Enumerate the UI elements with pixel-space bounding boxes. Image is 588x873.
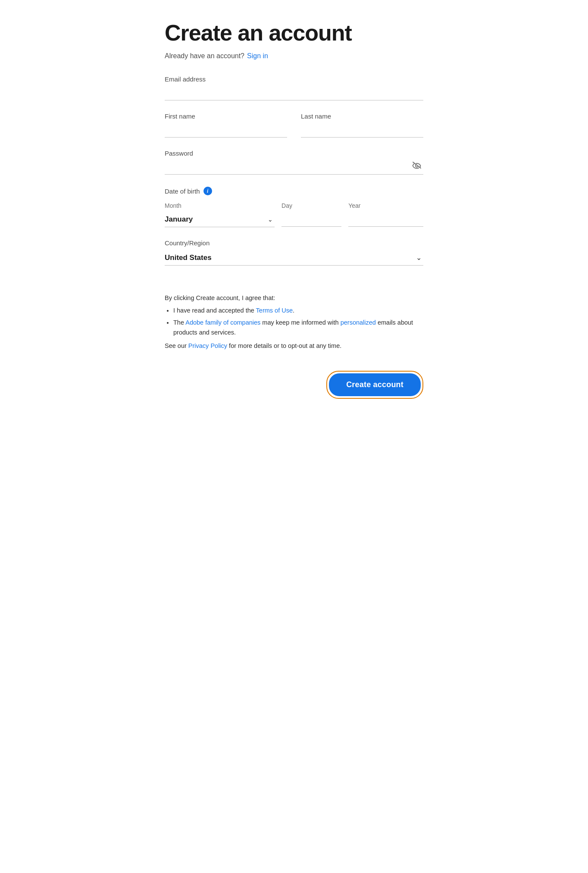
day-input[interactable] — [281, 212, 341, 227]
legal-bullet-1: I have read and accepted the Terms of Us… — [173, 306, 423, 316]
month-label: Month — [165, 202, 275, 209]
dob-info-icon[interactable]: i — [203, 187, 212, 195]
email-field-group: Email address — [165, 75, 423, 100]
legal-bullet1-prefix: I have read and accepted the — [173, 307, 256, 314]
lastname-label: Last name — [301, 113, 423, 120]
legal-bullet2-prefix: The — [173, 319, 185, 326]
toggle-password-icon[interactable] — [412, 161, 422, 170]
country-label: Country/Region — [165, 239, 423, 247]
password-label: Password — [165, 150, 423, 157]
firstname-label: First name — [165, 113, 287, 120]
dob-label-row: Date of birth i — [165, 187, 423, 195]
country-select-wrapper: United States United Kingdom Canada Aust… — [165, 250, 423, 266]
privacy-suffix: for more details or to opt-out at any ti… — [227, 342, 341, 349]
privacy-policy-link[interactable]: Privacy Policy — [188, 342, 227, 349]
dob-row: Month January February March April May J… — [165, 202, 423, 227]
personalized-link[interactable]: personalized — [341, 319, 376, 326]
firstname-field-group: First name — [165, 113, 287, 138]
year-input[interactable] — [348, 212, 423, 227]
password-field-group: Password — [165, 150, 423, 175]
lastname-field-group: Last name — [301, 113, 423, 138]
day-field-group: Day — [281, 202, 341, 227]
legal-bullet-2: The Adobe family of companies may keep m… — [173, 318, 423, 338]
dob-label: Date of birth — [165, 188, 200, 195]
signin-row: Already have an account? Sign in — [165, 52, 423, 60]
year-field-group: Year — [348, 202, 423, 227]
button-row: Create account — [165, 371, 423, 399]
registration-form: Email address First name Last name Passw… — [165, 75, 423, 399]
legal-bullet1-suffix: . — [293, 307, 294, 314]
name-row: First name Last name — [165, 113, 423, 138]
password-wrapper — [165, 160, 423, 175]
signin-prompt-text: Already have an account? — [165, 52, 244, 60]
legal-intro: By clicking Create account, I agree that… — [165, 293, 423, 303]
legal-bullet2-middle: may keep me informed with — [260, 319, 340, 326]
lastname-input[interactable] — [301, 122, 423, 138]
password-input[interactable] — [165, 160, 423, 175]
legal-section: By clicking Create account, I agree that… — [165, 293, 423, 354]
firstname-input[interactable] — [165, 122, 287, 138]
create-account-button[interactable]: Create account — [329, 373, 421, 396]
page-title: Create an account — [165, 21, 423, 45]
month-select-wrapper: January February March April May June Ju… — [165, 212, 275, 227]
country-select[interactable]: United States United Kingdom Canada Aust… — [165, 250, 423, 265]
email-input[interactable] — [165, 85, 423, 100]
create-account-btn-wrapper: Create account — [326, 371, 423, 399]
signin-link[interactable]: Sign in — [247, 52, 268, 60]
country-field-group: Country/Region United States United King… — [165, 239, 423, 281]
month-select[interactable]: January February March April May June Ju… — [165, 212, 275, 227]
terms-of-use-link[interactable]: Terms of Use — [256, 307, 293, 314]
page-container: Create an account Already have an accoun… — [147, 0, 441, 425]
year-label: Year — [348, 202, 423, 209]
month-field-group: Month January February March April May J… — [165, 202, 275, 227]
day-label: Day — [281, 202, 341, 209]
privacy-text: See our Privacy Policy for more details … — [165, 341, 423, 351]
adobe-family-link[interactable]: Adobe family of companies — [185, 319, 260, 326]
email-label: Email address — [165, 75, 423, 83]
privacy-prefix: See our — [165, 342, 188, 349]
